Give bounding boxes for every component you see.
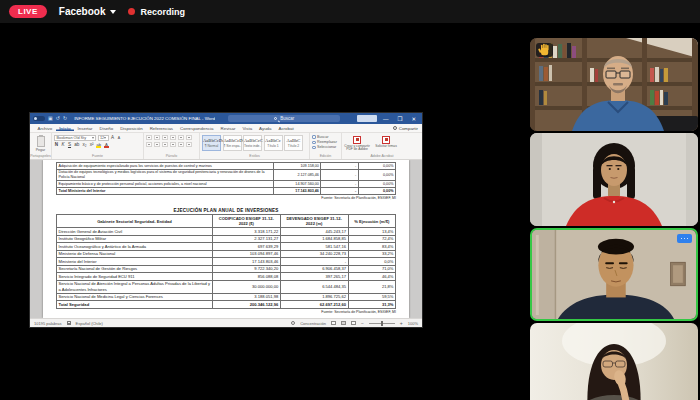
grow-font-icon[interactable]: A	[110, 135, 115, 140]
minimize-button[interactable]: —	[380, 116, 392, 122]
font-name-select[interactable]: Bookman Old Sty	[54, 135, 96, 141]
style-titulo-1[interactable]: AaBbCc Título 1	[264, 135, 283, 151]
account-button[interactable]	[357, 115, 377, 122]
participant-video-1[interactable]	[530, 38, 698, 131]
close-button[interactable]: ✕	[408, 116, 419, 122]
print-layout-icon[interactable]	[341, 321, 346, 326]
multilevel-list-icon[interactable]	[162, 135, 168, 140]
maximize-button[interactable]: ❒	[394, 116, 405, 122]
tab-vista[interactable]: Vista	[239, 126, 256, 131]
bold-button[interactable]: N	[54, 142, 59, 147]
subscript-button[interactable]: x₂	[82, 142, 88, 147]
proofing-icon[interactable]	[67, 321, 71, 326]
superscript-button[interactable]: x²	[89, 142, 94, 147]
platform-menu[interactable]: Facebook	[59, 6, 117, 17]
participant-video-4[interactable]	[530, 323, 698, 400]
replace-button[interactable]: Reemplazar	[312, 140, 339, 144]
search-icon	[274, 117, 278, 121]
codificado-value: 2.127.085,46	[273, 169, 320, 180]
tab-acrobat[interactable]: Acrobat	[275, 126, 297, 131]
table-row: Instituto Geográfico Militar 2.327.131,2…	[57, 235, 396, 243]
ejecucion-value: 59,5%	[348, 293, 395, 301]
find-button[interactable]: Buscar	[312, 135, 339, 139]
group-label-paragraph: Párrafo	[144, 154, 199, 158]
word-count[interactable]: 10195 palabras	[34, 321, 62, 326]
line-spacing-icon[interactable]	[178, 142, 184, 147]
style-titulo-2[interactable]: AaBbC Título 2	[284, 135, 303, 151]
sort-icon[interactable]	[186, 135, 192, 140]
more-options-badge[interactable]	[677, 234, 692, 243]
share-button[interactable]: Compartir	[393, 126, 418, 131]
save-icon[interactable]: ▣	[48, 116, 53, 121]
style-texto-independiente[interactable]: AaBbCcC Texto inde...	[243, 135, 262, 151]
chevron-down-icon	[92, 137, 94, 139]
tab-archivo[interactable]: Archivo	[34, 126, 56, 131]
shrink-font-icon[interactable]: A	[117, 136, 122, 140]
stream-bar: LIVE Facebook Recording	[0, 0, 700, 24]
create-pdf-button[interactable]: Crear y compartir PDF de Adobe	[344, 136, 370, 153]
codificado-value: 17.143.803,46	[212, 258, 280, 266]
tab-ayuda[interactable]: Ayuda	[256, 126, 275, 131]
participant-video-2[interactable]	[530, 133, 698, 226]
search-input[interactable]: Buscar	[228, 115, 340, 122]
zoom-out-button[interactable]: −	[361, 321, 364, 326]
paste-label[interactable]: Pegar	[32, 148, 49, 152]
tab-disposicion[interactable]: Disposición	[117, 126, 146, 131]
document-area[interactable]: Adquisición de equipamiento especializad…	[30, 160, 422, 318]
table-row: Servicio Nacional de Medicina Legal y Ci…	[57, 293, 396, 301]
devengado-total: 62.697.212,60	[280, 301, 348, 309]
group-label-font: Fuente	[52, 154, 143, 158]
zoom-in-button[interactable]: +	[400, 321, 403, 326]
total-label: Total Seguridad	[57, 301, 213, 309]
undo-icon[interactable]: ↺	[56, 116, 60, 121]
zoom-slider[interactable]	[369, 323, 395, 324]
redo-icon[interactable]: ↻	[63, 116, 67, 121]
justify-icon[interactable]	[170, 142, 176, 147]
style-normal[interactable]: AaBbCcDc ¶ Normal	[202, 135, 221, 151]
numbering-icon[interactable]	[154, 135, 160, 140]
devengado-value: 397.265,17	[280, 273, 348, 281]
style-sin-espaciado[interactable]: AaBbCcDc ¶ Sin espa...	[223, 135, 242, 151]
style-name: ¶ Sin espa...	[224, 144, 241, 148]
select-button[interactable]: Seleccionar	[312, 145, 339, 149]
strikethrough-button[interactable]: ab	[74, 142, 81, 147]
tab-referencias[interactable]: Referencias	[146, 126, 176, 131]
tab-revisar[interactable]: Revisar	[217, 126, 239, 131]
request-signatures-label: Solicitar firmas	[373, 145, 399, 149]
italic-button[interactable]: K	[61, 142, 66, 147]
table-row: Dotación de equipos tecnológicos y medio…	[57, 169, 396, 180]
ejecucion-value: 13,4%	[348, 228, 395, 236]
focus-label[interactable]: Concentración	[300, 321, 326, 326]
align-center-icon[interactable]	[154, 142, 160, 147]
tab-inicio[interactable]: Inicio	[56, 126, 74, 131]
web-layout-icon[interactable]	[351, 321, 356, 326]
font-color-button[interactable]: A	[103, 142, 109, 148]
paste-icon[interactable]	[37, 136, 45, 147]
zoom-slider-thumb[interactable]	[381, 321, 383, 326]
align-right-icon[interactable]	[162, 142, 168, 147]
bullets-icon[interactable]	[146, 135, 152, 140]
style-name: ¶ Normal	[203, 144, 220, 148]
decrease-indent-icon[interactable]	[170, 135, 176, 140]
zoom-level[interactable]: 100%	[408, 321, 418, 326]
align-left-icon[interactable]	[146, 142, 152, 147]
increase-indent-icon[interactable]	[178, 135, 184, 140]
select-label: Seleccionar	[317, 145, 336, 149]
borders-icon[interactable]	[186, 142, 192, 147]
underline-button[interactable]: S	[67, 142, 72, 147]
entity-name: Ministerio de Defensa Nacional	[57, 250, 213, 258]
tab-diseno[interactable]: Diseño	[96, 126, 117, 131]
read-mode-icon[interactable]	[331, 321, 336, 326]
codificado-value: 697.639,29	[212, 243, 280, 251]
share-label: Compartir	[399, 126, 418, 131]
font-size-select[interactable]: 12	[98, 135, 109, 141]
highlight-color-button[interactable]: ab	[96, 142, 102, 148]
tab-insertar[interactable]: Insertar	[74, 126, 96, 131]
language-indicator[interactable]: Español (Chile)	[76, 321, 103, 326]
request-signatures-button[interactable]: Solicitar firmas	[373, 136, 399, 153]
tab-correspondencia[interactable]: Correspondencia	[177, 126, 217, 131]
autosave-toggle[interactable]	[33, 116, 45, 121]
participant-video-3[interactable]	[530, 228, 698, 321]
codificado-header: CODIFICADO ESIGEF 31-12-2022 ($)	[212, 215, 280, 228]
group-clipboard: Pegar Portapapeles	[30, 133, 52, 159]
